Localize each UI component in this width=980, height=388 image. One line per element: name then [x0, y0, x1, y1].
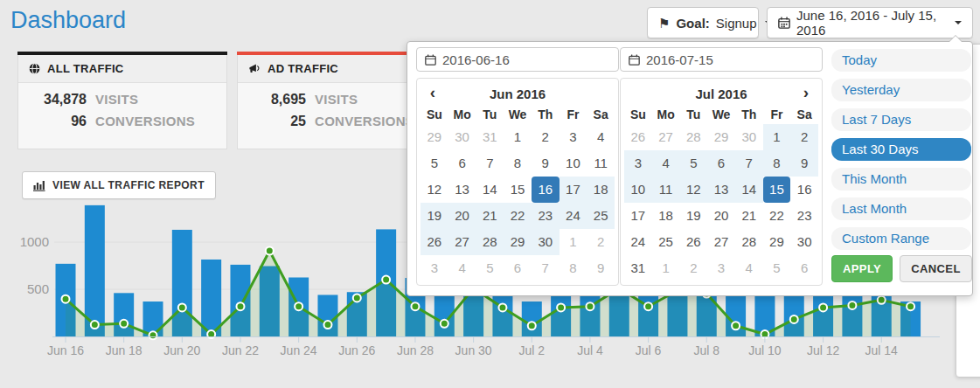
calendar-day[interactable]: 2	[679, 255, 707, 281]
calendar-day[interactable]: 21	[476, 203, 504, 229]
calendar-day[interactable]: 12	[420, 177, 448, 203]
range-option-this-month[interactable]: This Month	[831, 168, 971, 191]
calendar-day[interactable]: 30	[790, 229, 818, 255]
calendar-day[interactable]: 22	[504, 203, 532, 229]
calendar-day[interactable]: 8	[560, 255, 587, 281]
calendar-day[interactable]: 17	[560, 177, 587, 203]
calendar-day[interactable]: 28	[476, 229, 504, 255]
calendar-day[interactable]: 2	[587, 229, 615, 255]
calendar-day[interactable]: 18	[652, 203, 680, 229]
calendar-day[interactable]: 16	[790, 177, 818, 203]
calendar-day[interactable]: 11	[587, 150, 615, 177]
calendar-day[interactable]: 7	[532, 255, 560, 281]
calendar-day[interactable]: 4	[448, 255, 476, 281]
calendar-day[interactable]: 2	[790, 124, 818, 150]
calendar-day[interactable]: 19	[420, 203, 448, 229]
calendar-day[interactable]: 31	[624, 255, 652, 281]
calendar-day[interactable]: 23	[790, 203, 818, 229]
calendar-day[interactable]: 1	[504, 124, 532, 150]
range-option-today[interactable]: Today	[831, 49, 971, 72]
cancel-button[interactable]: CANCEL	[900, 255, 972, 282]
calendar-day[interactable]: 4	[587, 124, 615, 150]
calendar-day[interactable]: 30	[735, 124, 763, 150]
calendar-day[interactable]: 4	[652, 150, 680, 177]
calendar-day[interactable]: 24	[560, 203, 587, 229]
calendar-day[interactable]: 30	[532, 229, 560, 255]
calendar-day[interactable]: 5	[763, 255, 791, 281]
calendar-day[interactable]: 25	[587, 203, 615, 229]
range-option-last-30-days[interactable]: Last 30 Days	[831, 138, 971, 161]
calendar-day[interactable]: 29	[504, 229, 532, 255]
calendar-day[interactable]: 13	[448, 177, 476, 203]
calendar-day[interactable]: 20	[707, 203, 735, 229]
calendar-day[interactable]: 12	[679, 177, 707, 203]
calendar-day[interactable]: 26	[679, 229, 707, 255]
range-option-yesterday[interactable]: Yesterday	[831, 79, 971, 101]
range-option-last-month[interactable]: Last Month	[831, 197, 971, 220]
calendar-day[interactable]: 5	[679, 150, 707, 177]
calendar-day[interactable]: 1	[560, 229, 587, 255]
calendar-day[interactable]: 7	[735, 150, 763, 177]
apply-button[interactable]: APPLY	[831, 255, 893, 282]
range-option-custom-range[interactable]: Custom Range	[831, 227, 971, 250]
calendar-day[interactable]: 10	[560, 150, 587, 177]
calendar-day[interactable]: 3	[420, 255, 448, 281]
calendar-day[interactable]: 6	[504, 255, 532, 281]
calendar-day[interactable]: 26	[624, 124, 652, 150]
date-range-button[interactable]: June 16, 2016 - July 15, 2016	[767, 7, 973, 38]
calendar-day[interactable]: 28	[679, 124, 707, 150]
calendar-day[interactable]: 30	[448, 124, 476, 150]
calendar-day[interactable]: 13	[707, 177, 735, 203]
range-option-last-7-days[interactable]: Last 7 Days	[831, 108, 971, 131]
calendar-day[interactable]: 20	[448, 203, 476, 229]
calendar-day[interactable]: 2	[532, 124, 560, 150]
calendar-day[interactable]: 1	[652, 255, 680, 281]
goal-selector-button[interactable]: ⚑ Goal: Signup	[647, 7, 759, 38]
calendar-day[interactable]: 23	[532, 203, 560, 229]
calendar-day[interactable]: 3	[624, 150, 652, 177]
calendar-day[interactable]: 6	[707, 150, 735, 177]
calendar-day[interactable]: 14	[476, 177, 504, 203]
calendar-day[interactable]: 9	[790, 150, 818, 177]
calendar-day-selected[interactable]: 15	[763, 177, 791, 203]
start-date-input[interactable]: 2016-06-16	[416, 47, 619, 72]
calendar-day[interactable]: 22	[763, 203, 791, 229]
calendar-day[interactable]: 27	[652, 124, 680, 150]
calendar-day[interactable]: 5	[476, 255, 504, 281]
calendar-day[interactable]: 21	[735, 203, 763, 229]
calendar-day[interactable]: 14	[735, 177, 763, 203]
calendar-day[interactable]: 29	[763, 229, 791, 255]
calendar-day[interactable]: 28	[735, 229, 763, 255]
calendar-day[interactable]: 11	[652, 177, 680, 203]
calendar-day[interactable]: 1	[763, 124, 791, 150]
calendar-day[interactable]: 6	[790, 255, 818, 281]
calendar-day[interactable]: 8	[504, 150, 532, 177]
calendar-day[interactable]: 25	[652, 229, 680, 255]
calendar-day[interactable]: 31	[476, 124, 504, 150]
calendar-day[interactable]: 10	[624, 177, 652, 203]
calendar-day-selected[interactable]: 16	[532, 177, 560, 203]
calendar-day[interactable]: 15	[504, 177, 532, 203]
calendar-day[interactable]: 27	[448, 229, 476, 255]
calendar-day[interactable]: 29	[707, 124, 735, 150]
calendar-day[interactable]: 4	[735, 255, 763, 281]
end-date-input[interactable]: 2016-07-15	[620, 47, 823, 72]
calendar-day[interactable]: 9	[532, 150, 560, 177]
calendar-day[interactable]: 26	[420, 229, 448, 255]
calendar-day[interactable]: 19	[679, 203, 707, 229]
calendar-day[interactable]: 6	[448, 150, 476, 177]
previous-month-arrow[interactable]: ‹	[422, 82, 443, 105]
calendar-day[interactable]: 7	[476, 150, 504, 177]
calendar-day[interactable]: 3	[707, 255, 735, 281]
calendar-day[interactable]: 24	[624, 229, 652, 255]
calendar-day[interactable]: 27	[707, 229, 735, 255]
calendar-day[interactable]: 9	[587, 255, 615, 281]
view-all-traffic-report-button[interactable]: VIEW ALL TRAFFIC REPORT	[22, 171, 216, 199]
calendar-day[interactable]: 18	[587, 177, 615, 203]
calendar-day[interactable]: 3	[560, 124, 587, 150]
calendar-day[interactable]: 17	[624, 203, 652, 229]
calendar-day[interactable]: 5	[420, 150, 448, 177]
next-month-arrow[interactable]: ›	[796, 82, 817, 105]
calendar-day[interactable]: 29	[420, 124, 448, 150]
calendar-day[interactable]: 8	[763, 150, 791, 177]
